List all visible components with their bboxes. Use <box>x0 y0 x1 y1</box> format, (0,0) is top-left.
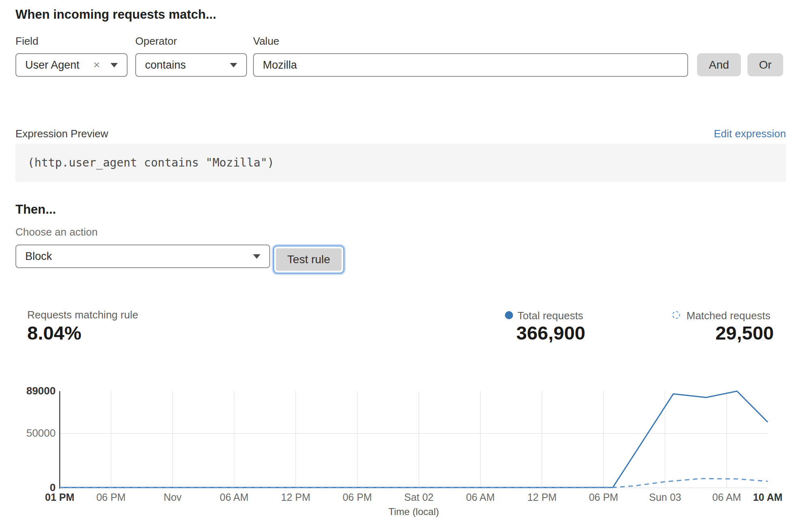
requests-matching-value: 8.04% <box>27 322 81 344</box>
or-button[interactable]: Or <box>747 53 783 76</box>
and-button[interactable]: And <box>697 53 741 76</box>
x-tick-label: 06 AM <box>466 491 495 503</box>
x-tick-label: 06 AM <box>712 491 741 503</box>
chevron-down-icon <box>230 63 237 67</box>
field-select-value: User Agent <box>16 59 93 71</box>
y-tick-label: 50000 <box>26 427 56 439</box>
expression-code: (http.user_agent contains "Mozilla") <box>15 144 786 182</box>
x-tick-label: 01 PM <box>45 491 74 503</box>
then-heading: Then... <box>15 202 56 217</box>
y-tick-label: 89000 <box>26 385 56 397</box>
x-tick-label: 06 PM <box>96 491 126 503</box>
x-tick-label: Sun 03 <box>649 491 681 503</box>
expression-preview-label: Expression Preview <box>15 128 108 140</box>
x-tick-label: 12 PM <box>281 491 310 503</box>
x-tick-label: 06 AM <box>220 491 249 503</box>
total-requests-dot-icon <box>505 311 513 319</box>
matched-requests-value: 29,500 <box>715 322 774 344</box>
action-select-value: Block <box>16 250 253 263</box>
x-tick-label: 12 PM <box>527 491 556 503</box>
value-input[interactable] <box>253 53 688 77</box>
x-tick-label: 06 PM <box>589 491 618 503</box>
field-select[interactable]: User Agent × <box>15 53 128 77</box>
firewall-rule-builder: When incoming requests match... Field Op… <box>0 0 812 526</box>
total-requests-value: 366,900 <box>516 322 585 344</box>
x-tick-label: Nov <box>164 491 182 503</box>
edit-expression-link[interactable]: Edit expression <box>714 128 786 140</box>
x-axis-title: Time (local) <box>388 506 439 517</box>
requests-matching-label: Requests matching rule <box>27 309 138 321</box>
operator-label: Operator <box>135 35 177 48</box>
expression-preview-box: (http.user_agent contains "Mozilla") <box>15 144 786 182</box>
matched-requests-label: Matched requests <box>686 310 771 322</box>
series-matched-requests-line <box>60 478 768 487</box>
clear-field-icon[interactable]: × <box>93 58 100 71</box>
operator-select[interactable]: contains <box>135 53 247 77</box>
matched-requests-dashed-circle-icon <box>672 311 680 319</box>
test-rule-focus-ring: Test rule <box>273 245 344 274</box>
x-tick-label: 10 AM <box>753 491 783 503</box>
action-select[interactable]: Block <box>15 245 270 268</box>
chevron-down-icon <box>253 254 260 259</box>
operator-select-value: contains <box>136 59 230 71</box>
test-rule-button[interactable]: Test rule <box>275 248 342 271</box>
field-label: Field <box>15 35 38 48</box>
value-label: Value <box>253 35 279 48</box>
page-title: When incoming requests match... <box>15 7 216 22</box>
series-total-requests-line <box>60 391 768 487</box>
x-tick-label: Sat 02 <box>404 491 433 503</box>
x-tick-label: 06 PM <box>342 491 372 503</box>
total-requests-label: Total requests <box>518 310 583 322</box>
requests-chart: 0500008900001 PM06 PMNov06 AM12 PM06 PMS… <box>0 378 812 526</box>
choose-action-label: Choose an action <box>15 226 97 238</box>
chevron-down-icon <box>110 63 118 67</box>
